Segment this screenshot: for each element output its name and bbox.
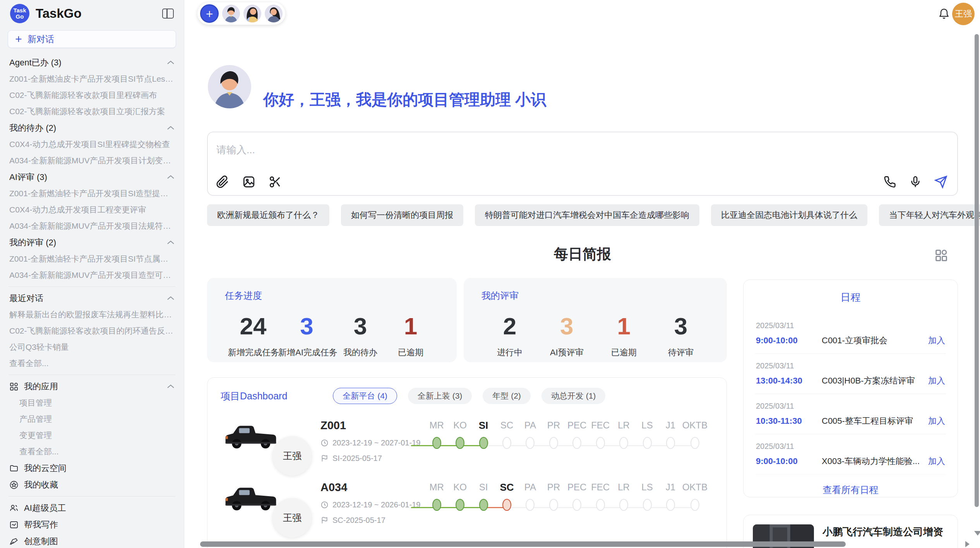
scroll-right-arrow[interactable] bbox=[965, 541, 970, 547]
microphone-button[interactable] bbox=[908, 174, 923, 190]
schedule-name: C001-立项审批会 bbox=[822, 335, 928, 346]
milestone-node-done bbox=[479, 499, 488, 511]
user-avatar[interactable]: 王强 bbox=[952, 3, 975, 25]
layout-grid-icon[interactable] bbox=[934, 248, 949, 263]
list-item[interactable]: A034-全新新能源MUV产品开发项目计划变更表编写 bbox=[8, 152, 176, 169]
suggestion-chips: 欧洲新规最近颁布了什么？ 如何写一份清晰的项目周报 特朗普可能对进口汽车增税会对… bbox=[207, 204, 966, 226]
vertical-scrollbar[interactable] bbox=[975, 34, 979, 507]
milestone-node bbox=[549, 499, 558, 511]
stat-in-progress: 2 进行中 bbox=[485, 313, 535, 358]
schedule-item[interactable]: 2025/03/11 9:00-10:00 X003-车辆动力学性能验... 加… bbox=[755, 434, 946, 474]
avatar[interactable] bbox=[265, 5, 283, 22]
list-item[interactable]: A034-全新新能源MUV产品开发项目法规符合性评审 bbox=[8, 218, 176, 234]
schedule-item[interactable]: 2025/03/11 13:00-14:30 C003|H0B-方案冻结评审 加… bbox=[755, 354, 946, 394]
stat-new-completed: 24 新增完成任务 bbox=[228, 313, 278, 358]
list-item[interactable]: A034-全新新能源MUV产品开发项目造型可行性评审 bbox=[8, 267, 176, 283]
app-item-change-mgmt[interactable]: 变更管理 bbox=[8, 427, 176, 444]
list-item[interactable]: C0X4-动力总成开发项目SI里程碑提交物检查 bbox=[8, 136, 176, 152]
add-assistant-button[interactable]: ＋ bbox=[200, 4, 219, 23]
suggestion-chip[interactable]: 当下年轻人对汽车外观有怎样的喜好趋势 bbox=[879, 204, 980, 226]
apps-view-all[interactable]: 查看全部... bbox=[8, 444, 176, 460]
attachment-button[interactable] bbox=[215, 174, 230, 190]
chevron-up-icon bbox=[167, 175, 175, 179]
list-item[interactable]: Z001-全新燃油轻卡产品开发项目SI造型提交物评审 bbox=[8, 185, 176, 202]
tab-new-body[interactable]: 全新上装 (3) bbox=[408, 388, 472, 404]
tab-powertrain[interactable]: 动总开发 (1) bbox=[541, 388, 606, 404]
milestone-step: PA bbox=[519, 480, 542, 511]
app-item-product-mgmt[interactable]: 产品管理 bbox=[8, 411, 176, 427]
milestone-step: KO bbox=[448, 418, 471, 449]
section-header-recent-chats[interactable]: 最近对话 bbox=[8, 290, 176, 307]
schedule-item[interactable]: 2025/03/11 9:00-10:00 C001-立项审批会 加入 bbox=[755, 313, 946, 354]
project-row-z001[interactable]: 王强 Z001 2023-12-19 ~ 2027-01-19 SI-2025-… bbox=[207, 414, 726, 478]
milestone-node-done bbox=[432, 437, 441, 449]
my-apps-header[interactable]: 我的应用 bbox=[8, 378, 176, 395]
image-icon bbox=[242, 175, 255, 188]
milestone-node-done bbox=[456, 437, 464, 449]
tab-new-platform[interactable]: 全新平台 (4) bbox=[333, 388, 397, 404]
section-header-my-review[interactable]: 我的评审 (2) bbox=[8, 234, 176, 251]
suggestion-chip[interactable]: 比亚迪全固态电池计划具体说了什么 bbox=[711, 204, 867, 226]
list-item[interactable]: Z001-全新燃油皮卡产品开发项目SI节点Lesson Learn报告 bbox=[8, 71, 176, 87]
suggestion-chip[interactable]: 如何写一份清晰的项目周报 bbox=[341, 204, 463, 226]
avatar[interactable] bbox=[222, 5, 240, 22]
voice-call-button[interactable] bbox=[882, 174, 898, 190]
my-favorites[interactable]: 我的收藏 bbox=[8, 476, 176, 493]
avatar[interactable] bbox=[243, 5, 261, 22]
chevron-up-icon bbox=[167, 384, 175, 389]
suggestion-chip[interactable]: 欧洲新规最近颁布了什么？ bbox=[207, 204, 329, 226]
milestone-node-done bbox=[456, 499, 464, 511]
join-button[interactable]: 加入 bbox=[928, 335, 945, 346]
new-chat-button[interactable]: 新对话 bbox=[8, 30, 176, 48]
sidebar-collapse-icon[interactable] bbox=[162, 9, 174, 19]
divider bbox=[9, 496, 175, 497]
view-all-schedule-link[interactable]: 查看所有日程 bbox=[755, 484, 946, 496]
my-cloud-space[interactable]: 我的云空间 bbox=[8, 460, 176, 476]
scroll-down-arrow[interactable] bbox=[974, 531, 980, 536]
section-header-ai-review[interactable]: AI评审 (3) bbox=[8, 169, 176, 185]
assistant-avatar bbox=[208, 65, 251, 108]
milestone-step: OKTB bbox=[682, 418, 708, 449]
chat-input[interactable]: 请输入... bbox=[207, 132, 958, 196]
list-item[interactable]: 解释最新出台的欧盟报废车法规再生塑料比例被调至15%... bbox=[8, 307, 176, 323]
project-row-a034[interactable]: 王强 A034 2023-12-19 ~ 2026-01-19 SC-2025-… bbox=[207, 476, 726, 539]
chevron-up-icon bbox=[167, 126, 175, 130]
join-button[interactable]: 加入 bbox=[928, 456, 945, 467]
list-item[interactable]: C02-飞腾新能源轻客改款项目里程碑画布 bbox=[8, 87, 176, 103]
milestone-step: SC bbox=[495, 418, 518, 449]
flag-icon bbox=[320, 516, 329, 524]
phone-icon bbox=[884, 176, 896, 188]
list-item[interactable]: C02-飞腾新能源轻客改款项目的闭环通告反馈情况 bbox=[8, 323, 176, 339]
send-button[interactable] bbox=[933, 174, 949, 190]
suggestion-chip[interactable]: 特朗普可能对进口汽车增税会对中国车企造成哪些影响 bbox=[475, 204, 699, 226]
list-item[interactable]: C0X4-动力总成开发项目工程变更评审 bbox=[8, 202, 176, 218]
recent-view-all[interactable]: 查看全部... bbox=[8, 355, 176, 372]
list-item[interactable]: C02-飞腾新能源轻客改款项目立项汇报方案 bbox=[8, 103, 176, 120]
card-title: 任务进度 bbox=[225, 289, 439, 302]
scissors-icon bbox=[269, 175, 282, 188]
milestone-node bbox=[690, 499, 699, 511]
project-code: A034 bbox=[320, 481, 347, 494]
horizontal-scrollbar[interactable] bbox=[200, 541, 846, 547]
project-dates: 2023-12-19 ~ 2026-01-19 bbox=[320, 500, 420, 509]
section-header-my-todo[interactable]: 我的待办 (2) bbox=[8, 120, 176, 136]
clock-icon bbox=[320, 439, 329, 447]
join-button[interactable]: 加入 bbox=[928, 415, 945, 427]
schedule-card: 日程 2025/03/11 9:00-10:00 C001-立项审批会 加入 2… bbox=[743, 279, 958, 497]
notification-bell-icon[interactable] bbox=[938, 8, 950, 20]
tab-model-year[interactable]: 年型 (2) bbox=[483, 388, 531, 404]
image-upload-button[interactable] bbox=[241, 174, 257, 190]
app-item-project-mgmt[interactable]: 项目管理 bbox=[8, 395, 176, 411]
help-me-write[interactable]: 帮我写作 bbox=[8, 516, 176, 533]
section-header-agent-done[interactable]: Agent已办 (3) bbox=[8, 54, 176, 71]
screenshot-button[interactable] bbox=[267, 174, 283, 190]
ai-super-staff[interactable]: AI超级员工 bbox=[8, 500, 176, 516]
folder-icon bbox=[9, 464, 19, 473]
task-progress-card: 任务进度 24 新增完成任务 3 新增AI完成任务 3 我的待办 1 已逾期 bbox=[207, 278, 457, 362]
list-item[interactable]: 公司Q3轻卡销量 bbox=[8, 339, 176, 355]
schedule-date: 2025/03/11 bbox=[756, 442, 945, 451]
creative-drawing[interactable]: 创意制图 bbox=[8, 533, 176, 548]
join-button[interactable]: 加入 bbox=[928, 375, 945, 387]
list-item[interactable]: Z001-全新燃油轻卡产品开发项目SI节点属性5D文件评审 bbox=[8, 251, 176, 267]
schedule-item[interactable]: 2025/03/11 10:30-11:30 C005-整车工程目标评审 加入 bbox=[755, 394, 946, 434]
